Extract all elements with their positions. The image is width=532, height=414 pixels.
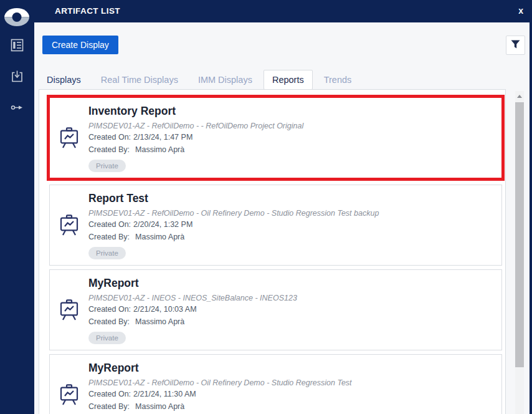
report-source-path: PIMSDEV01-AZ - RefOilDemo - - RefOilDemo… (88, 121, 303, 132)
filter-button[interactable] (506, 36, 525, 55)
report-source-path: PIMSDEV01-AZ - RefOilDemo - Oil Refinery… (88, 208, 379, 219)
report-title: MyReport (88, 361, 352, 375)
created-on-value: 2/21/24, 11:30 AM (133, 390, 196, 398)
report-title: Inventory Report (88, 104, 303, 118)
created-by-row: Created By:Massimo Aprà (88, 144, 303, 156)
created-on-row: Created On:2/13/24, 1:47 PM (88, 132, 303, 143)
created-on-value: 2/21/24, 10:03 AM (133, 305, 196, 314)
created-by-value: Massimo Aprà (135, 145, 184, 154)
created-by-value: Massimo Aprà (135, 233, 184, 241)
scrollbar-up-arrow-icon[interactable] (515, 91, 524, 102)
created-by-row: Created By:Massimo Aprà (88, 401, 352, 413)
report-card-myreport-refoildemo[interactable]: MyReport PIMSDEV01-AZ - RefOilDemo - Oil… (49, 354, 502, 414)
created-by-label: Created By: (88, 317, 130, 326)
tab-reports[interactable]: Reports (264, 70, 313, 90)
funnel-icon (511, 40, 520, 51)
created-on-value: 2/13/24, 1:47 PM (133, 133, 192, 142)
report-title: Report Test (88, 191, 379, 206)
created-by-row: Created By:Massimo Aprà (88, 316, 297, 328)
report-card-inventory-report[interactable]: Inventory Report PIMSDEV01-AZ - RefOilDe… (47, 95, 505, 181)
report-board-icon (50, 384, 88, 405)
report-card-myreport-ineos[interactable]: MyReport PIMSDEV01-AZ - INEOS - INEOS_Si… (49, 269, 502, 350)
created-by-label: Created By: (88, 402, 130, 411)
created-on-label: Created On: (88, 390, 131, 398)
connect-icon[interactable] (11, 101, 24, 114)
panel-titlebar: ARTIFACT LIST x (0, 0, 532, 22)
privacy-badge: Private (88, 332, 126, 344)
created-on-label: Created On: (88, 305, 131, 314)
created-on-value: 2/20/24, 1:32 PM (133, 220, 192, 229)
report-source-path: PIMSDEV01-AZ - RefOilDemo - Oil Refinery… (88, 378, 352, 389)
created-by-label: Created By: (88, 233, 130, 241)
created-by-row: Created By:Massimo Aprà (88, 231, 379, 243)
create-display-button[interactable]: Create Display (42, 36, 118, 54)
report-card-report-test[interactable]: Report Test PIMSDEV01-AZ - RefOilDemo - … (49, 185, 502, 266)
close-icon[interactable]: x (516, 4, 526, 17)
privacy-badge: Private (88, 247, 126, 259)
created-on-row: Created On:2/21/24, 10:03 AM (88, 304, 297, 315)
report-list: Inventory Report PIMSDEV01-AZ - RefOilDe… (39, 89, 506, 414)
tab-trends[interactable]: Trends (315, 70, 361, 90)
import-icon[interactable] (11, 70, 24, 83)
app-sidebar (0, 0, 34, 414)
artifact-list-panel: Create Display Displays Real Time Displa… (34, 22, 532, 414)
created-on-row: Created On:2/20/24, 1:32 PM (88, 219, 379, 231)
list-scrollbar[interactable] (515, 91, 524, 414)
tab-imm-displays[interactable]: IMM Displays (189, 70, 261, 90)
panel-right-edge (530, 0, 532, 414)
tab-real-time-displays[interactable]: Real Time Displays (92, 70, 187, 90)
scrollbar-thumb[interactable] (515, 102, 524, 367)
created-by-value: Massimo Aprà (135, 402, 184, 411)
report-title: MyReport (88, 276, 297, 291)
report-board-icon (50, 299, 88, 320)
created-by-value: Massimo Aprà (135, 317, 184, 326)
app-logo-eye-icon (4, 8, 29, 26)
report-source-path: PIMSDEV01-AZ - INEOS - INEOS_SiteBalance… (88, 293, 297, 304)
created-on-label: Created On: (88, 220, 131, 229)
tab-displays[interactable]: Displays (38, 70, 90, 90)
artifact-tabs: Displays Real Time Displays IMM Displays… (38, 70, 360, 90)
created-on-row: Created On:2/21/24, 11:30 AM (88, 388, 352, 400)
artifact-list-icon[interactable] (11, 39, 24, 52)
created-on-label: Created On: (88, 133, 131, 142)
report-board-icon (50, 127, 88, 148)
privacy-badge: Private (88, 160, 126, 172)
report-board-icon (50, 214, 88, 236)
created-by-label: Created By: (88, 145, 130, 154)
panel-title: ARTIFACT LIST (55, 6, 120, 16)
